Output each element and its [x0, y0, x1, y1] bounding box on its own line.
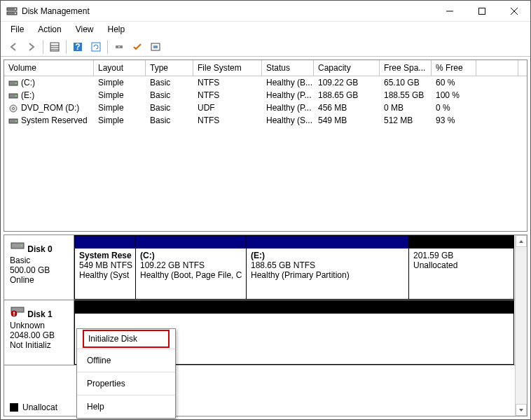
volume-name: DVD_ROM (D:) [21, 103, 79, 113]
refresh-icon[interactable] [88, 38, 104, 55]
volume-icon [8, 79, 18, 88]
forward-button[interactable] [23, 38, 40, 55]
volume-pct: 93 % [432, 114, 476, 127]
partition-size: 549 MB NTFS [79, 260, 131, 270]
maximize-button[interactable] [466, 1, 498, 22]
col-pct-free[interactable]: % Free [432, 60, 476, 76]
volume-layout: Simple [94, 102, 146, 114]
close-button[interactable] [498, 1, 530, 22]
volume-type: Basic [146, 102, 193, 114]
table-row[interactable]: (C:)SimpleBasicNTFSHealthy (B...109.22 G… [4, 76, 527, 89]
properties-icon[interactable] [46, 38, 63, 55]
svg-text:?: ? [75, 42, 80, 52]
ctx-offline[interactable]: Offline [77, 351, 175, 370]
volume-capacity: 549 MB [314, 114, 380, 127]
context-menu: Initialize Disk Offline Properties Help [76, 328, 176, 419]
table-row[interactable]: System ReservedSimpleBasicNTFSHealthy (S… [4, 114, 527, 127]
disk-state: Not Initializ [10, 340, 71, 350]
action-icon[interactable] [111, 38, 127, 55]
toolbar-sep [43, 40, 43, 54]
volume-status: Healthy (P... [262, 89, 314, 102]
col-free-space[interactable]: Free Spa... [380, 60, 432, 76]
svg-rect-14 [92, 43, 100, 51]
col-file-system[interactable]: File System [193, 60, 262, 76]
disk-size: 500.00 GB [10, 265, 71, 275]
volume-fs: NTFS [193, 89, 262, 102]
table-row[interactable]: (E:)SimpleBasicNTFSHealthy (P...188.65 G… [4, 89, 527, 102]
partition-bar [409, 236, 513, 248]
ctx-help[interactable]: Help [77, 398, 175, 416]
ctx-sep [77, 395, 175, 396]
volume-free: 65.10 GB [380, 76, 432, 89]
col-type[interactable]: Type [146, 60, 193, 76]
scrollbar[interactable] [515, 235, 527, 416]
volume-name: (E:) [21, 90, 34, 100]
volume-free: 0 MB [380, 102, 432, 114]
partition-size: 201.59 GB [413, 251, 509, 260]
partition[interactable]: (C:)109.22 GB NTFSHealthy (Boot, Page Fi… [136, 235, 247, 300]
scroll-down-icon[interactable] [516, 404, 527, 416]
partition-status: Unallocated [413, 260, 509, 270]
col-layout[interactable]: Layout [94, 60, 146, 76]
partition-bar [75, 301, 513, 314]
titlebar: Disk Management [1, 1, 530, 22]
back-button[interactable] [5, 38, 22, 55]
volume-status: Healthy (B... [262, 76, 314, 89]
table-row[interactable]: DVD_ROM (D:)SimpleBasicUDFHealthy (P...4… [4, 102, 527, 114]
toolbar: ? [1, 37, 530, 57]
partition-status: Healthy (Boot, Page File, C [140, 270, 242, 280]
svg-rect-18 [153, 46, 158, 48]
volume-pct: 0 % [432, 102, 476, 114]
window-buttons [434, 1, 530, 22]
disk-partitions: System Rese549 MB NTFSHealthy (Syst(C:)1… [74, 235, 515, 300]
volume-free: 188.55 GB [380, 89, 432, 102]
menu-help[interactable]: Help [102, 23, 131, 36]
menu-file[interactable]: File [5, 23, 29, 36]
partition-size: 109.22 GB NTFS [140, 260, 242, 270]
svg-rect-5 [479, 8, 485, 14]
partition[interactable]: (E:)188.65 GB NTFSHealthy (Primary Parti… [247, 235, 409, 300]
svg-point-22 [15, 95, 17, 97]
partition-title: (E:) [251, 251, 404, 260]
volume-list[interactable]: Volume Layout Type File System Status Ca… [4, 59, 527, 232]
volume-layout: Simple [94, 89, 146, 102]
ctx-properties[interactable]: Properties [77, 374, 175, 393]
disk-info[interactable]: Disk 1Unknown2048.00 GBNot Initializ [4, 300, 74, 365]
help-icon[interactable]: ? [69, 38, 86, 55]
checklist-icon[interactable] [129, 38, 146, 55]
volume-icon [8, 92, 18, 100]
minimize-button[interactable] [434, 1, 466, 22]
volume-type: Basic [146, 114, 193, 127]
partition[interactable]: 201.59 GBUnallocated [409, 235, 514, 300]
ctx-initialize-disk[interactable]: Initialize Disk [83, 330, 170, 348]
svg-point-26 [15, 120, 17, 122]
disk-label: Disk 1 [27, 309, 52, 319]
app-icon [6, 6, 18, 17]
partition-title: (C:) [140, 251, 242, 260]
settings-icon[interactable] [147, 38, 164, 55]
menu-view[interactable]: View [70, 23, 99, 36]
volume-status: Healthy (S... [262, 114, 314, 127]
col-status[interactable]: Status [262, 60, 314, 76]
scroll-up-icon[interactable] [516, 235, 527, 247]
menubar: File Action View Help [1, 22, 530, 37]
disk-label: Disk 0 [27, 244, 52, 254]
col-capacity[interactable]: Capacity [314, 60, 380, 76]
svg-point-28 [21, 245, 22, 246]
volume-capacity: 456 MB [314, 102, 380, 114]
partition-title: System Rese [79, 251, 131, 260]
legend: Unallocat [10, 402, 57, 412]
svg-rect-31 [13, 312, 15, 314]
col-volume[interactable]: Volume [4, 60, 94, 76]
menu-action[interactable]: Action [32, 23, 67, 36]
partition-status: Healthy (Syst [79, 270, 131, 280]
partition-bar [136, 236, 246, 248]
legend-label: Unallocat [22, 402, 57, 412]
partition[interactable]: System Rese549 MB NTFSHealthy (Syst [74, 235, 136, 300]
disk-info[interactable]: Disk 0Basic500.00 GBOnline [4, 235, 74, 300]
disk-icon: Disk 1 [10, 304, 71, 319]
volume-free: 512 MB [380, 114, 432, 127]
svg-point-2 [15, 8, 16, 10]
volume-type: Basic [146, 76, 193, 89]
volume-layout: Simple [94, 76, 146, 89]
